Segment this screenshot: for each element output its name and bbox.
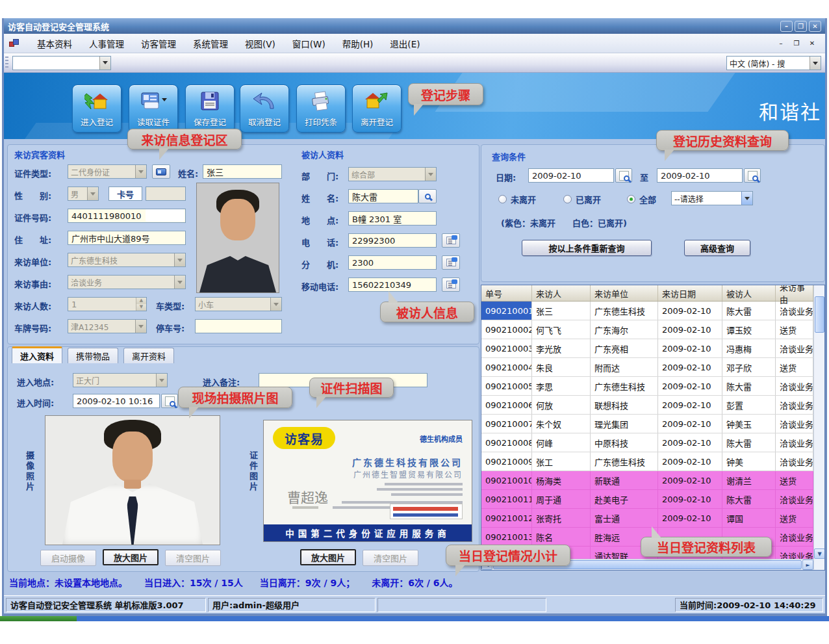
table-header[interactable]: 来访人	[532, 285, 591, 301]
card-no-button[interactable]: 卡号	[108, 187, 142, 201]
advanced-query-button[interactable]: 高级查询	[684, 240, 750, 256]
visitor-name-field[interactable]: 张三	[203, 164, 282, 179]
table-cell[interactable]: 理光集团	[591, 415, 658, 433]
table-row[interactable]: 090210009张工广东德生科技2009-02-10钟美洽谈业务	[481, 452, 824, 471]
table-cell[interactable]: 钟美玉	[722, 415, 776, 433]
mobile-field[interactable]: 15602210349	[348, 277, 437, 292]
table-cell[interactable]: 周于通	[532, 490, 591, 508]
table-cell[interactable]: 090210011	[481, 490, 532, 508]
table-cell[interactable]: 洽谈业务	[776, 396, 813, 414]
table-cell[interactable]: 090210010	[481, 471, 532, 489]
tab-entry-info[interactable]: 进入资料	[12, 346, 62, 363]
table-cell[interactable]: 洽谈业务	[776, 490, 813, 508]
table-cell[interactable]: 洽谈业务	[776, 528, 813, 546]
table-cell[interactable]: 090210002	[481, 320, 532, 339]
scroll-down-icon[interactable]: ▼	[814, 548, 825, 559]
date-to-picker-button[interactable]	[744, 168, 761, 183]
table-cell[interactable]: 何飞飞	[532, 320, 591, 339]
radio-left[interactable]: 已离开	[563, 193, 601, 205]
table-cell[interactable]: 何放	[532, 396, 591, 414]
table-row[interactable]: 090210012张寄托富士通2009-02-10谭国送货	[481, 509, 824, 528]
toolbar-grip[interactable]	[5, 57, 8, 70]
menu-help[interactable]: 帮助(H)	[334, 34, 382, 53]
start-button[interactable]	[0, 616, 77, 621]
table-cell[interactable]: 冯惠梅	[722, 339, 776, 357]
table-cell[interactable]: 090210005	[481, 377, 532, 395]
table-cell[interactable]: 送货	[776, 509, 813, 527]
company-combobox[interactable]: 广东德生科技	[68, 253, 186, 267]
start-camera-button[interactable]: 启动摄像	[40, 550, 96, 566]
vehicle-type-combobox[interactable]: 小车	[195, 297, 282, 311]
clear-id-button[interactable]: 清空图片	[363, 550, 418, 566]
table-cell[interactable]: 李光放	[532, 339, 591, 357]
address-field[interactable]: 广州市中山大道89号	[68, 231, 186, 245]
close-button[interactable]: ✕	[809, 21, 821, 32]
table-cell[interactable]: 朱个奴	[532, 415, 591, 433]
table-cell[interactable]: 陈大雷	[722, 433, 776, 452]
table-header[interactable]: 来访日期	[658, 285, 722, 301]
table-cell[interactable]: 陈大雷	[722, 377, 776, 395]
table-row[interactable]: 090210001张三广东德生科技2009-02-10陈大雷洽谈业务	[481, 302, 824, 320]
mdi-close-button[interactable]: ✕	[807, 38, 817, 48]
reason-combobox[interactable]: 洽谈业务	[68, 275, 186, 289]
menu-visitor[interactable]: 访客管理	[133, 34, 185, 53]
entry-time-picker-button[interactable]	[161, 394, 178, 408]
table-cell[interactable]: 090210012	[481, 509, 532, 527]
table-cell[interactable]: 彭置	[722, 396, 776, 414]
date-from-picker-button[interactable]	[615, 168, 632, 183]
table-cell[interactable]: 090210013	[481, 528, 532, 546]
minimize-button[interactable]: –	[780, 21, 793, 32]
table-row[interactable]: 090210008何峰中原科技2009-02-10陈大雷洽谈业务	[481, 433, 824, 452]
table-cell[interactable]: 广东德生科技	[591, 452, 658, 470]
table-cell[interactable]: 洽谈业务	[776, 452, 813, 470]
table-cell[interactable]: 洽谈业务	[776, 302, 813, 320]
table-row[interactable]: 090210005李思广东德生科技2009-02-10陈大雷洽谈业务	[481, 377, 824, 396]
table-cell[interactable]: 送货	[776, 471, 813, 489]
dept-combobox[interactable]: 综合部	[348, 167, 437, 181]
table-cell[interactable]: 2009-02-10	[658, 490, 722, 508]
table-cell[interactable]: 张寄托	[532, 509, 591, 527]
plate-combobox[interactable]: 津A12345	[68, 319, 147, 333]
table-cell[interactable]: 2009-02-10	[658, 302, 722, 320]
mdi-restore-button[interactable]: ❐	[791, 38, 802, 48]
table-cell[interactable]: 广东海尔	[591, 320, 658, 339]
table-cell[interactable]: 2009-02-10	[658, 415, 722, 433]
menu-system[interactable]: 系统管理	[185, 34, 236, 53]
id-type-combobox[interactable]: 二代身份证	[68, 164, 147, 179]
phone-field[interactable]: 22992300	[348, 233, 437, 248]
table-cell[interactable]: 陈名	[532, 528, 591, 546]
table-cell[interactable]: 洽谈业务	[776, 415, 813, 433]
mdi-minimize-button[interactable]: –	[776, 38, 786, 48]
table-cell[interactable]: 2009-02-10	[658, 358, 722, 376]
visited-name-field[interactable]: 陈大雷	[348, 189, 418, 203]
menu-view[interactable]: 视图(V)	[236, 34, 284, 53]
save-registration-button[interactable]: 保存登记	[185, 84, 235, 133]
table-cell[interactable]: 广东德生科技	[591, 302, 658, 320]
ext-notify-button[interactable]	[442, 255, 460, 270]
table-cell[interactable]: 谭国	[722, 509, 776, 527]
table-cell[interactable]: 杨海类	[532, 471, 591, 489]
table-cell[interactable]: 洽谈业务	[776, 433, 813, 452]
table-cell[interactable]: 邓子欣	[722, 358, 776, 376]
print-receipt-button[interactable]: 打印凭条	[296, 84, 346, 133]
table-cell[interactable]: 090210001	[481, 302, 532, 320]
table-cell[interactable]: 2009-02-10	[658, 452, 722, 470]
location-field[interactable]: B幢 2301 室	[348, 211, 437, 225]
tab-leave-info[interactable]: 离开资料	[123, 348, 174, 363]
menu-hr[interactable]: 人事管理	[81, 34, 133, 53]
table-row[interactable]: 090210011周于通赴美电子2009-02-10陈大雷洽谈业务	[481, 490, 824, 509]
table-cell[interactable]: 联想科技	[591, 396, 658, 414]
table-cell[interactable]: 送货	[776, 320, 813, 339]
table-header[interactable]: 被访人	[722, 285, 776, 301]
table-cell[interactable]: 谭玉姣	[722, 320, 776, 339]
table-row[interactable]: 090210010杨海类新联通2009-02-10谢清兰送货	[481, 471, 824, 490]
table-cell[interactable]: 张三	[532, 302, 591, 320]
table-cell[interactable]: 洽谈业务	[776, 377, 813, 395]
table-header[interactable]: 单号	[481, 285, 532, 301]
read-id-card-button[interactable]: 读取证件	[129, 84, 178, 133]
table-cell[interactable]: 2009-02-10	[658, 471, 722, 489]
table-row[interactable]: 090210004朱良附而达2009-02-10邓子欣送货	[481, 358, 824, 377]
cancel-registration-button[interactable]: 取消登记	[240, 84, 289, 133]
date-to-field[interactable]: 2009-02-10	[657, 168, 743, 183]
menu-exit[interactable]: 退出(E)	[381, 34, 428, 53]
